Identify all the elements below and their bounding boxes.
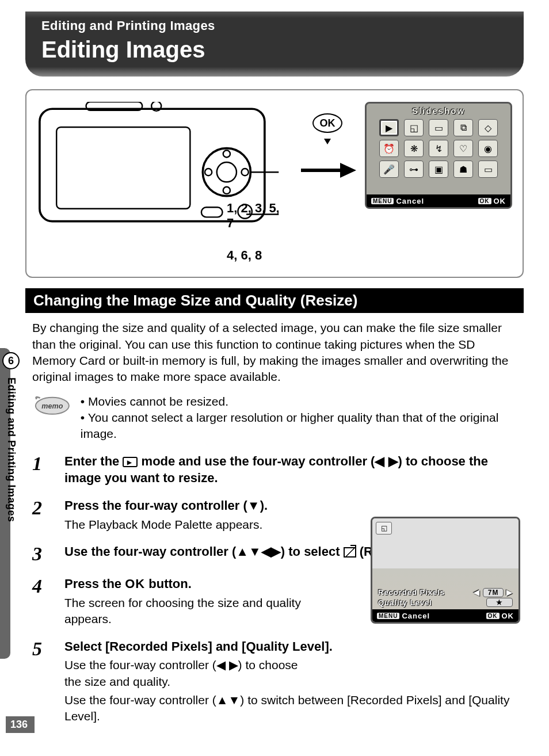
palette-redeye-icon: ◉ bbox=[478, 140, 498, 157]
recorded-pixels-row: Recorded Pixels ◀ 7M ▶ bbox=[378, 588, 513, 597]
svg-point-6 bbox=[205, 169, 212, 175]
svg-marker-15 bbox=[340, 163, 356, 178]
palette-resize-icon: ◱ bbox=[404, 119, 424, 136]
chapter-big-title: Editing Images bbox=[41, 37, 508, 63]
ok-label: OK bbox=[502, 612, 514, 620]
palette-voice-icon: 🎤 bbox=[379, 161, 399, 178]
recorded-pixels-value: 7M bbox=[483, 588, 504, 597]
step-1: 1 Enter the mode and use the four-way co… bbox=[25, 453, 524, 487]
palette-row-3: 🎤 ⊶ ▣ ☗ ▭ bbox=[367, 161, 510, 178]
quality-level-row: Quality Level ★ bbox=[378, 598, 513, 607]
lcd-title: Slideshow bbox=[367, 106, 510, 116]
step-description: Use the four-way controller (▲▼) to swit… bbox=[64, 692, 524, 725]
page-number: 136 bbox=[6, 716, 35, 733]
chapter-small-title: Editing and Printing Images bbox=[41, 18, 508, 33]
step-description: Use the four-way controller (◀ ▶) to cho… bbox=[64, 657, 318, 690]
step-title: Enter the mode and use the four-way cont… bbox=[64, 453, 524, 487]
lcd-palette-preview: Slideshow ▶ ◱ ▭ ⧉ ◇ ⏰ ❋ ↯ ♡ ◉ 🎤 ⊶ bbox=[365, 102, 512, 209]
overview-diagram: 1, 2, 3, 5, 7 4, 6, 8 OK Slideshow ▶ ◱ ▭… bbox=[25, 89, 524, 278]
svg-rect-1 bbox=[56, 127, 190, 209]
menu-badge: MENU bbox=[377, 613, 399, 619]
lcd-footer: MENU Cancel OK OK bbox=[367, 194, 510, 207]
palette-slideshow-icon: ▶ bbox=[379, 119, 399, 136]
memo-item: Movies cannot be resized. bbox=[81, 394, 524, 410]
cancel-label: Cancel bbox=[396, 197, 424, 205]
side-tab-text: Editing and Printing Images bbox=[5, 377, 17, 522]
step-number: 2 bbox=[32, 497, 55, 519]
svg-point-2 bbox=[203, 148, 250, 196]
palette-frame-icon: ▭ bbox=[478, 161, 498, 178]
intro-paragraph: By changing the size and quality of a se… bbox=[25, 320, 524, 385]
palette-startup-icon: ☗ bbox=[453, 161, 473, 178]
memo-icon: memo bbox=[32, 394, 70, 418]
cancel-label: Cancel bbox=[402, 612, 430, 620]
side-tab: 6 Editing and Printing Images bbox=[0, 352, 22, 522]
resize-lcd-footer: MENU Cancel OK OK bbox=[372, 609, 518, 622]
palette-crop-icon: ▭ bbox=[429, 119, 448, 136]
palette-row-2: ⏰ ❋ ↯ ♡ ◉ bbox=[367, 140, 510, 157]
ok-label: OK bbox=[494, 197, 506, 205]
callout-steps-menu: 4, 6, 8 bbox=[227, 248, 262, 263]
ok-button-icon: OK bbox=[312, 113, 342, 133]
palette-copy-icon: ⧉ bbox=[453, 119, 473, 136]
resize-screen-preview: ◱ Recorded Pixels ◀ 7M ▶ Quality Level ★… bbox=[371, 517, 520, 624]
resize-icon bbox=[344, 547, 356, 558]
step-number: 1 bbox=[32, 453, 55, 475]
resize-fields: Recorded Pixels ◀ 7M ▶ Quality Level ★ bbox=[372, 588, 518, 607]
ok-inline-text: OK bbox=[125, 576, 145, 591]
memo-list: Movies cannot be resized. You cannot sel… bbox=[81, 394, 524, 442]
palette-row-1: ▶ ◱ ▭ ⧉ ◇ bbox=[367, 119, 510, 136]
step-number: 4 bbox=[32, 575, 55, 597]
palette-dpof-icon: ▣ bbox=[429, 161, 448, 178]
palette-protect-icon: ⊶ bbox=[404, 161, 424, 178]
step-number: 3 bbox=[32, 543, 55, 565]
text-fragment: Use the four-way controller (▲▼◀▶) to se… bbox=[64, 544, 344, 559]
palette-brightness-icon: ↯ bbox=[429, 140, 448, 157]
side-tab-number: 6 bbox=[2, 352, 20, 369]
right-arrow-icon bbox=[299, 162, 356, 181]
camera-illustration-area: 1, 2, 3, 5, 7 4, 6, 8 bbox=[37, 102, 290, 263]
svg-point-5 bbox=[223, 187, 230, 194]
recorded-pixels-label: Recorded Pixels bbox=[378, 588, 445, 597]
playback-mode-icon bbox=[123, 457, 138, 467]
step-description: The screen for choosing the size and qua… bbox=[64, 595, 318, 628]
palette-filter-icon: ❋ bbox=[404, 140, 424, 157]
callout-steps-ok: 1, 2, 3, 5, 7 bbox=[227, 201, 290, 231]
step-5: 5 Select [Recorded Pixels] and [Quality … bbox=[25, 638, 524, 725]
svg-rect-8 bbox=[201, 207, 223, 217]
palette-rotate-icon: ◇ bbox=[478, 119, 498, 136]
step-title: Select [Recorded Pixels] and [Quality Le… bbox=[64, 638, 524, 655]
svg-point-3 bbox=[217, 162, 237, 182]
menu-badge: MENU bbox=[371, 198, 394, 204]
text-fragment: Enter the bbox=[64, 454, 123, 468]
down-arrow-icon bbox=[324, 139, 331, 144]
text-fragment: Press the bbox=[64, 576, 125, 591]
section-title: Changing the Image Size and Quality (Res… bbox=[25, 288, 524, 313]
ok-badge: OK bbox=[486, 613, 500, 619]
svg-text:memo: memo bbox=[41, 402, 63, 410]
quality-level-label: Quality Level bbox=[378, 598, 432, 607]
quality-level-value: ★ bbox=[486, 598, 513, 607]
memo-item: You cannot select a larger resolution or… bbox=[81, 410, 524, 442]
palette-alarm-icon: ⏰ bbox=[379, 140, 399, 157]
palette-favorite-icon: ♡ bbox=[453, 140, 473, 157]
resize-icon-corner: ◱ bbox=[376, 522, 392, 534]
step-number: 5 bbox=[32, 638, 55, 660]
chapter-header: Editing and Printing Images Editing Imag… bbox=[25, 12, 524, 77]
step-title: Press the four-way controller (▼). bbox=[64, 497, 524, 514]
svg-point-7 bbox=[242, 169, 249, 175]
ok-arrow-column: OK bbox=[296, 113, 359, 181]
text-fragment: button. bbox=[145, 576, 192, 591]
memo-block: memo Movies cannot be resized. You canno… bbox=[25, 394, 524, 442]
svg-point-4 bbox=[223, 150, 230, 157]
ok-badge: OK bbox=[478, 198, 491, 204]
